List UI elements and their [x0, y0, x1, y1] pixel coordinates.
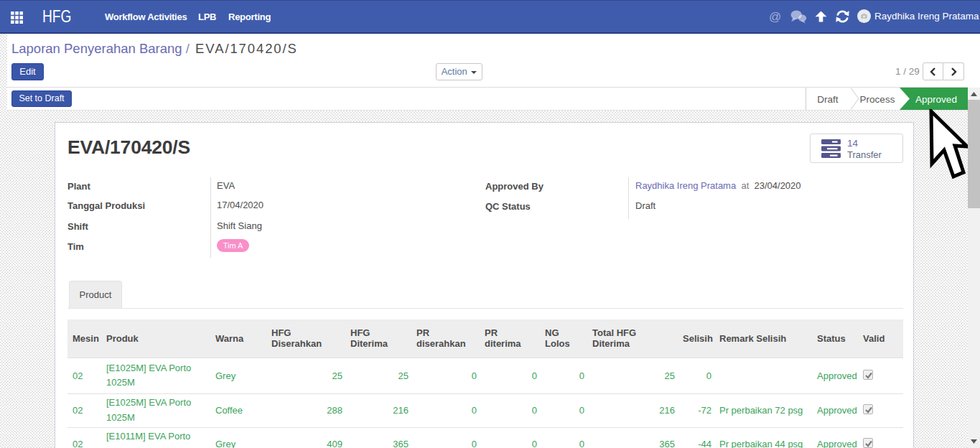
svg-text:Draft: Draft — [817, 94, 839, 105]
svg-text:Process: Process — [860, 94, 895, 105]
svg-text:Approved: Approved — [915, 94, 957, 105]
